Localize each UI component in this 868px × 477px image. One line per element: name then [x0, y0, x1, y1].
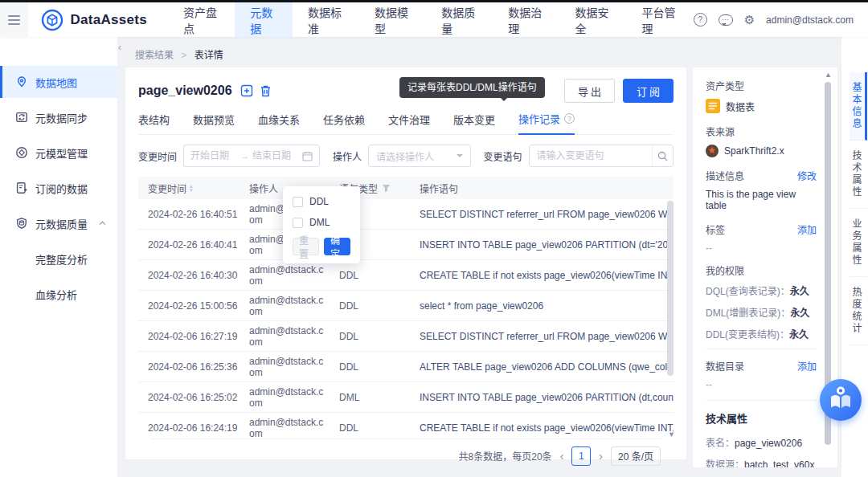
table-row[interactable]: 2024-02-26 15:00:56 admin@dtstack.com DD…	[138, 291, 674, 321]
page-number[interactable]: 1	[571, 446, 591, 466]
catalog-value: --	[706, 379, 817, 390]
nav-item-data-governance[interactable]: 数据治理	[493, 2, 559, 37]
tab-lineage[interactable]: 血缘关系	[258, 111, 300, 134]
column-header-time[interactable]: 变更时间 ▴▾	[138, 181, 249, 195]
cell-type: DML	[339, 392, 420, 403]
next-page-icon[interactable]: ›	[597, 450, 604, 463]
checkbox-icon[interactable]	[293, 218, 303, 228]
prev-page-icon[interactable]: ‹	[559, 450, 566, 463]
catalog-label: 数据目录	[706, 359, 744, 373]
sql-search-input[interactable]	[537, 150, 653, 161]
checkbox-icon[interactable]	[293, 197, 303, 207]
nav-item-data-standard[interactable]: 数据标准	[293, 2, 359, 37]
nav-item-data-security[interactable]: 数据安全	[559, 2, 626, 37]
nav-item-data-quality[interactable]: 数据质量	[426, 2, 493, 37]
breadcrumb-separator: >	[181, 50, 186, 61]
add-catalog-link[interactable]: 添加	[797, 359, 817, 373]
table-scrollbar-thumb[interactable]	[667, 201, 674, 376]
table-row[interactable]: 2024-02-06 16:27:19 admin@dtstack.com DD…	[138, 321, 674, 352]
data-map-floating-button[interactable]	[820, 379, 862, 421]
nav-item-platform-admin[interactable]: 平台管理	[627, 2, 694, 37]
sidebar-item-subscribed-data[interactable]: 订阅的数据	[0, 172, 117, 204]
asset-type-value: 数据表	[726, 100, 755, 113]
cell-time: 2024-02-26 15:00:56	[138, 300, 249, 312]
sidebar-item-metadata-quality[interactable]: 元数据质量	[0, 207, 117, 239]
table-row[interactable]: 2024-02-26 16:40:30 admin@dtstack.com DD…	[138, 260, 674, 291]
user-account[interactable]: admin@dtstack.com	[766, 14, 854, 26]
ddl-option[interactable]: DDL	[293, 196, 350, 207]
tab-version-change[interactable]: 版本变更	[453, 111, 495, 134]
nav-item-data-model[interactable]: 数据模型	[359, 2, 426, 37]
cell-sql[interactable]: CREATE TABLE if not exists page_view0206…	[420, 270, 674, 281]
cell-sql[interactable]: SELECT DISTINCT referrer_url FROM page_v…	[420, 331, 674, 342]
help-icon[interactable]: ?	[694, 13, 707, 26]
nav-item-metadata[interactable]: 元数据	[235, 2, 293, 37]
dml-option-label: DML	[309, 217, 330, 228]
tab-task-dependency[interactable]: 任务依赖	[323, 111, 365, 134]
operation-record-tooltip: 记录每张表DDL/DML操作语句	[399, 77, 545, 98]
tab-data-preview[interactable]: 数据预览	[193, 111, 235, 134]
page-size-select[interactable]: 20 条/页	[611, 446, 661, 466]
delete-trash-icon[interactable]	[260, 84, 272, 97]
operator-select[interactable]: 请选择操作人	[368, 145, 471, 167]
date-range-picker[interactable]: →	[183, 145, 320, 167]
reset-button[interactable]: 重置	[293, 238, 319, 255]
anchor-tab-business-attrs[interactable]: 业务属性	[850, 209, 867, 277]
add-to-group-icon[interactable]	[240, 84, 253, 97]
search-icon[interactable]	[652, 145, 673, 166]
cell-sql[interactable]: INSERT INTO TABLE page_view0206 PARTITIO…	[420, 239, 674, 251]
chevron-up-icon[interactable]	[99, 221, 106, 226]
tech-attrs-heading: 技术属性	[706, 410, 817, 426]
message-icon[interactable]: ···	[719, 14, 733, 26]
scroll-up-arrow-icon[interactable]: ▲	[825, 71, 832, 79]
sort-icon[interactable]: ▴▾	[190, 184, 193, 192]
breadcrumb-parent[interactable]: 搜索结果	[135, 50, 174, 61]
sidebar-collapse-button[interactable]: ‹	[118, 42, 121, 53]
settings-gear-icon[interactable]: ⚙	[744, 14, 755, 26]
table-scrollbar[interactable]	[667, 199, 674, 427]
tab-file-governance[interactable]: 文件治理	[388, 111, 430, 134]
cell-sql[interactable]: INSERT INTO TABLE page_view0206 PARTITIO…	[420, 392, 674, 403]
catalog-label-row: 数据目录 添加	[706, 359, 817, 373]
table-row[interactable]: 2024-02-06 16:24:19 admin@dtstack.com DD…	[138, 413, 674, 438]
cell-sql[interactable]: SELECT DISTINCT referrer_url FROM page_v…	[420, 209, 674, 220]
table-row[interactable]: 2024-02-26 16:40:41 admin@dtstack.com DM…	[138, 230, 674, 260]
anchor-tab-tech-attrs[interactable]: 技术属性	[850, 141, 867, 209]
tab-operation-record[interactable]: 操作记录 ?	[518, 111, 575, 135]
subscribe-button[interactable]: 订阅	[623, 79, 674, 103]
confirm-button[interactable]: 确定	[324, 238, 350, 255]
sidebar-item-metamodel-mgmt[interactable]: 元模型管理	[0, 137, 117, 169]
anchor-tab-basic-info[interactable]: 基本信息	[850, 72, 867, 141]
cell-time: 2024-02-26 16:40:51	[138, 209, 249, 220]
menu-toggle-button[interactable]	[0, 2, 28, 37]
sidebar-item-metadata-sync[interactable]: 元数据同步	[0, 101, 117, 133]
anchor-tab-heat-stats[interactable]: 热度统计	[850, 277, 867, 345]
sidebar-item-lineage-analysis[interactable]: 血缘分析	[0, 278, 117, 310]
question-circle-icon[interactable]: ?	[564, 113, 575, 124]
export-button[interactable]: 导出	[564, 79, 615, 103]
divider	[706, 400, 817, 401]
nav-item-asset-inventory[interactable]: 资产盘点	[168, 2, 235, 37]
tab-table-structure[interactable]: 表结构	[138, 111, 170, 134]
cell-sql[interactable]: CREATE TABLE if not exists page_view0206…	[420, 422, 674, 434]
cell-sql[interactable]: select * from page_view0206	[420, 300, 674, 312]
table-row[interactable]: 2024-02-06 16:25:36 admin@dtstack.com DD…	[138, 352, 674, 382]
start-date-input[interactable]	[190, 150, 237, 161]
sidebar-item-label: 完整度分析	[35, 251, 88, 267]
brand[interactable]: DataAssets	[28, 2, 168, 37]
modify-link[interactable]: 修改	[797, 169, 817, 182]
cell-sql[interactable]: ALTER TABLE page_view0206 ADD COLUMNS (q…	[420, 361, 674, 373]
brand-logo-icon	[41, 9, 63, 31]
end-date-input[interactable]	[252, 150, 299, 161]
operator-select-placeholder: 请选择操作人	[376, 149, 434, 163]
table-row[interactable]: 2024-02-26 16:40:51 admin@dtstack.com DD…	[138, 199, 674, 230]
sql-search-box[interactable]	[529, 145, 674, 167]
table-row[interactable]: 2024-02-06 16:25:02 admin@dtstack.com DM…	[138, 382, 674, 413]
sidebar-item-data-map[interactable]: 数据地图	[0, 66, 117, 98]
dml-option[interactable]: DML	[293, 217, 350, 228]
add-tag-link[interactable]: 添加	[797, 222, 817, 236]
filter-funnel-icon[interactable]	[382, 184, 391, 193]
sync-icon	[15, 111, 28, 124]
sidebar-item-completeness-analysis[interactable]: 完整度分析	[0, 243, 117, 275]
scroll-down-arrow-icon[interactable]: ▼	[668, 430, 674, 438]
